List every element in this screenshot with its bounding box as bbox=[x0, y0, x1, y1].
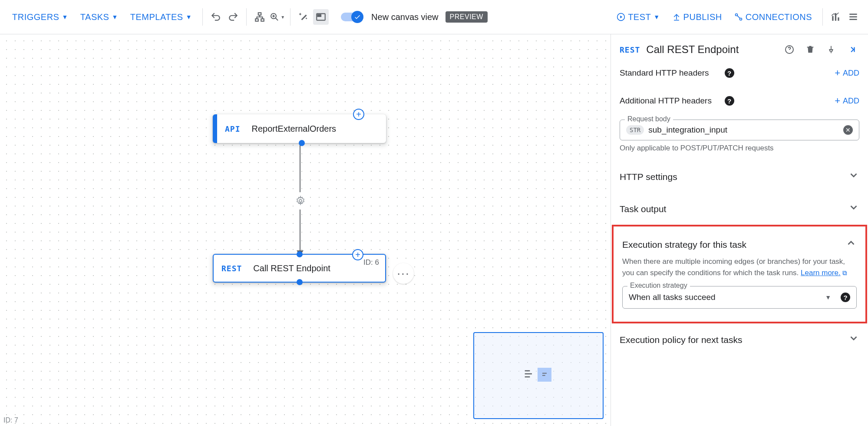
chevron-down-icon bbox=[848, 202, 859, 216]
task-output-section: Task output bbox=[611, 193, 868, 225]
separator bbox=[822, 8, 823, 26]
canvas-view-label: New canvas view bbox=[371, 12, 439, 22]
node-label: ReportExternalOrders bbox=[252, 124, 337, 134]
minimap-node bbox=[538, 368, 551, 382]
publish-label: PUBLISH bbox=[683, 12, 722, 22]
svg-point-12 bbox=[299, 200, 302, 202]
separator bbox=[246, 8, 247, 26]
add-headers-row: Additional HTTP headers ? +ADD bbox=[611, 85, 868, 113]
add-additional-header-button[interactable]: +ADD bbox=[835, 95, 859, 106]
input-port[interactable] bbox=[297, 251, 303, 257]
node-id: ID: 6 bbox=[363, 258, 379, 267]
clear-icon[interactable]: ✕ bbox=[843, 125, 853, 135]
chevron-down-icon: ▼ bbox=[112, 13, 118, 20]
panel-title: Call REST Endpoint bbox=[646, 43, 776, 56]
toolbar: TRIGGERS ▼ TASKS ▼ TEMPLATES ▼ ▼ New can… bbox=[0, 0, 868, 34]
panel-header: REST Call REST Endpoint bbox=[611, 34, 868, 61]
triggers-menu[interactable]: TRIGGERS ▼ bbox=[7, 9, 73, 26]
preview-chip: PREVIEW bbox=[446, 11, 488, 23]
publish-button[interactable]: PUBLISH bbox=[667, 9, 727, 26]
help-icon[interactable]: ? bbox=[725, 68, 734, 78]
section-title: HTTP settings bbox=[620, 172, 848, 182]
section-title: Execution policy for next tasks bbox=[620, 335, 848, 345]
canvas-footer-id: ID: 7 bbox=[3, 416, 18, 424]
svg-rect-10 bbox=[849, 16, 857, 17]
dropdown-arrow-icon: ▼ bbox=[825, 294, 831, 301]
select-legend: Execution strategy bbox=[627, 282, 690, 290]
field-helper: Only applicable to POST/PUT/PATCH reques… bbox=[620, 144, 859, 153]
stats-icon[interactable] bbox=[828, 9, 844, 25]
more-button[interactable]: ··· bbox=[393, 263, 414, 284]
std-headers-label: Standard HTTP headers bbox=[620, 68, 720, 78]
execution-strategy-section: Execution strategy for this task When th… bbox=[614, 228, 865, 317]
section-toggle[interactable]: Execution strategy for this task bbox=[622, 237, 857, 252]
add-std-header-button[interactable]: +ADD bbox=[835, 67, 859, 79]
layout-icon[interactable] bbox=[252, 9, 267, 25]
learn-more-link[interactable]: Learn more. bbox=[801, 269, 841, 277]
section-description: When there are multiple incoming edges (… bbox=[622, 256, 857, 278]
minimap-icon bbox=[523, 368, 535, 380]
tasks-label: TASKS bbox=[80, 12, 109, 22]
canvas[interactable]: + API ReportExternalOrders + ID: 6 REST … bbox=[0, 34, 611, 426]
external-link-icon: ⧉ bbox=[842, 269, 847, 276]
add-button[interactable]: + bbox=[352, 249, 363, 260]
test-label: TEST bbox=[628, 12, 651, 22]
svg-rect-1 bbox=[255, 19, 258, 21]
execution-policy-section: Execution policy for next tasks bbox=[611, 323, 868, 356]
add-label: ADD bbox=[843, 97, 859, 106]
properties-panel: REST Call REST Endpoint Standard HTTP he… bbox=[611, 34, 868, 426]
node-label: Call REST Endpoint bbox=[253, 263, 330, 273]
node-tag: API bbox=[225, 124, 241, 133]
scrollbar-thumb[interactable] bbox=[611, 247, 611, 291]
help-icon[interactable]: ? bbox=[725, 96, 734, 106]
svg-rect-0 bbox=[258, 13, 261, 15]
separator bbox=[202, 8, 203, 26]
add-button[interactable]: + bbox=[353, 109, 364, 120]
panel-toggle[interactable] bbox=[313, 9, 329, 25]
triggers-label: TRIGGERS bbox=[12, 12, 59, 22]
field-value: sub_integration_input bbox=[648, 125, 839, 135]
redo-button[interactable] bbox=[225, 9, 241, 25]
menu-icon[interactable] bbox=[845, 9, 861, 25]
output-port[interactable] bbox=[297, 279, 303, 285]
templates-menu[interactable]: TEMPLATES ▼ bbox=[125, 9, 197, 26]
output-port[interactable] bbox=[299, 140, 305, 146]
section-title: Execution strategy for this task bbox=[622, 240, 845, 250]
collapse-panel-icon[interactable] bbox=[845, 42, 859, 57]
zoom-menu[interactable]: ▼ bbox=[269, 9, 285, 25]
field-legend: Request body bbox=[625, 115, 673, 123]
delete-icon[interactable] bbox=[803, 42, 818, 57]
section-toggle[interactable]: Execution policy for next tasks bbox=[620, 333, 859, 347]
connections-label: CONNECTIONS bbox=[746, 12, 812, 22]
undo-button[interactable] bbox=[208, 9, 224, 25]
help-icon[interactable]: ? bbox=[841, 293, 850, 302]
svg-rect-11 bbox=[849, 19, 857, 20]
request-body-field[interactable]: Request body STR sub_integration_input ✕ bbox=[620, 120, 859, 140]
select-value: When all tasks succeed bbox=[629, 293, 820, 302]
canvas-view-toggle[interactable] bbox=[341, 11, 363, 23]
svg-rect-2 bbox=[261, 19, 264, 21]
add-label: ADD bbox=[843, 69, 859, 78]
type-chip: STR bbox=[626, 125, 644, 135]
task-node-selected[interactable]: + ID: 6 REST Call REST Endpoint bbox=[213, 254, 386, 283]
add-headers-label: Additional HTTP headers bbox=[620, 96, 720, 106]
tasks-menu[interactable]: TASKS ▼ bbox=[75, 9, 123, 26]
section-toggle[interactable]: HTTP settings bbox=[620, 170, 859, 184]
wand-icon[interactable] bbox=[296, 9, 311, 25]
execution-strategy-select[interactable]: Execution strategy When all tasks succee… bbox=[622, 286, 857, 309]
trigger-node[interactable]: + API ReportExternalOrders bbox=[213, 114, 386, 143]
connections-button[interactable]: CONNECTIONS bbox=[729, 9, 817, 26]
chevron-down-icon: ▼ bbox=[62, 13, 68, 20]
pin-icon[interactable] bbox=[824, 42, 838, 57]
svg-rect-9 bbox=[849, 13, 857, 15]
help-icon[interactable] bbox=[782, 42, 797, 57]
section-toggle[interactable]: Task output bbox=[620, 202, 859, 216]
chevron-up-icon bbox=[845, 237, 857, 252]
chevron-down-icon: ▼ bbox=[186, 13, 192, 20]
highlighted-section: Execution strategy for this task When th… bbox=[612, 225, 867, 323]
std-headers-row: Standard HTTP headers ? +ADD bbox=[611, 61, 868, 85]
minimap[interactable] bbox=[473, 332, 604, 419]
edge-settings-button[interactable] bbox=[292, 192, 309, 210]
node-tag: REST bbox=[221, 264, 242, 273]
test-button[interactable]: TEST ▼ bbox=[611, 9, 665, 26]
